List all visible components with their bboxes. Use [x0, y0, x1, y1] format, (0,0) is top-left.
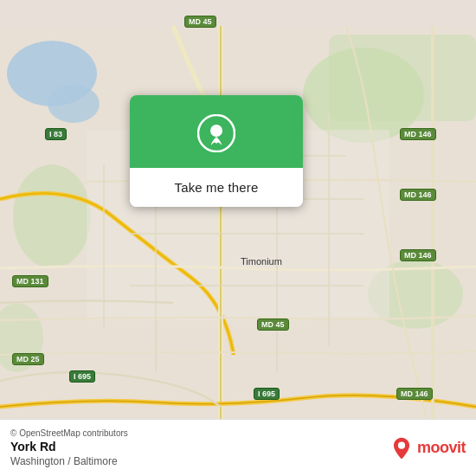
road-badge-i695-mid: I 695 [254, 388, 280, 400]
popup-green-area [130, 95, 303, 168]
road-badge-i695-left: I 695 [69, 370, 95, 383]
bottom-left-info: © OpenStreetMap contributors York Rd Was… [10, 428, 128, 467]
map-svg [0, 0, 476, 476]
popup-card: Take me there [130, 95, 303, 207]
road-badge-i83: I 83 [45, 128, 67, 140]
road-badge-md131: MD 131 [12, 275, 48, 287]
road-badge-md25: MD 25 [12, 353, 44, 365]
svg-rect-4 [329, 35, 476, 121]
location-title: York Rd [10, 440, 128, 453]
attribution-text: © OpenStreetMap contributors [10, 428, 128, 438]
map-container: MD 45 I 83 MD 146 MD 146 MD 146 MD 45 MD… [0, 0, 476, 476]
location-subtitle: Washington / Baltimore [10, 455, 128, 467]
bottom-bar: © OpenStreetMap contributors York Rd Was… [0, 419, 476, 476]
road-badge-md45-mid: MD 45 [257, 318, 289, 331]
place-label-timonium: Timonium [241, 256, 282, 267]
svg-point-5 [13, 164, 91, 268]
road-badge-md146-2: MD 146 [400, 189, 436, 201]
road-badge-md146-3: MD 146 [400, 249, 436, 261]
take-me-there-button[interactable]: Take me there [130, 168, 303, 207]
moovit-pin-icon [389, 436, 414, 460]
road-badge-md45-top: MD 45 [184, 16, 216, 28]
svg-point-11 [398, 441, 405, 448]
svg-point-10 [210, 125, 222, 137]
road-badge-md146-bot: MD 146 [396, 388, 433, 400]
location-pin-icon [197, 114, 235, 152]
moovit-logo: moovit [389, 436, 466, 460]
svg-point-2 [48, 85, 100, 123]
road-badge-md146-1: MD 146 [400, 128, 436, 140]
moovit-brand-text: moovit [417, 439, 466, 457]
